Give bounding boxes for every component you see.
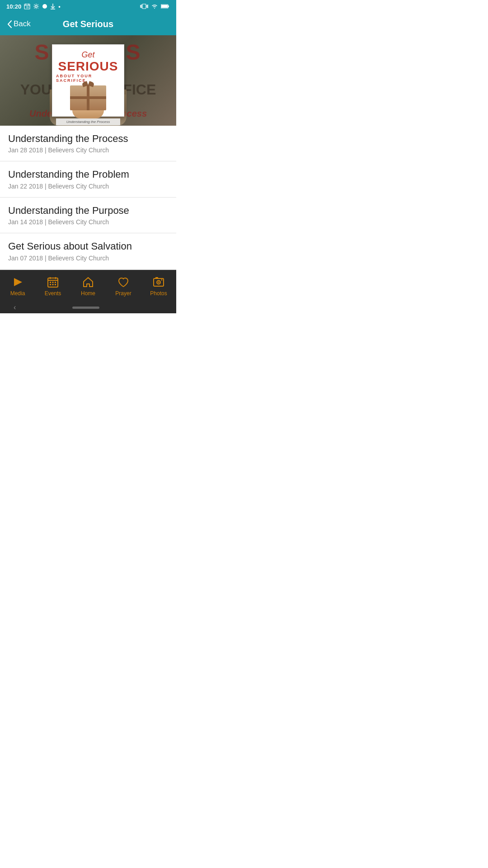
calendar-icon: 31 <box>24 3 30 9</box>
sermon-title-2: Understanding the Problem <box>8 169 168 180</box>
sermon-list: Understanding the Process Jan 28 2018 | … <box>0 126 176 270</box>
nav-events[interactable]: Events <box>35 276 70 297</box>
bottom-bar: ‹ <box>0 302 176 313</box>
vibrate-icon <box>140 3 148 9</box>
gear-icon <box>33 3 39 9</box>
series-cover-card[interactable]: Get SERIOUS ABOUT YOUR SACRIFICE <box>52 44 124 117</box>
svg-rect-24 <box>52 284 54 285</box>
svg-rect-14 <box>168 5 169 7</box>
nav-media[interactable]: Media <box>0 276 35 297</box>
status-left: 10:20 31 • <box>6 3 61 10</box>
media-icon <box>11 276 24 288</box>
svg-point-28 <box>161 279 163 280</box>
card-gift-visual <box>56 85 120 118</box>
sermon-meta-4: Jan 07 2018 | Believers City Church <box>8 255 168 262</box>
header: Back Get Serious <box>0 13 176 35</box>
svg-rect-20 <box>50 282 51 283</box>
wifi-icon <box>151 4 158 9</box>
home-indicator[interactable] <box>72 307 99 309</box>
status-bar: 10:20 31 • <box>0 0 176 13</box>
gift-box <box>70 85 106 110</box>
hero-section: SERIOUS ABOUT YOUR SACRIFICE Understandi… <box>0 35 176 126</box>
events-label: Events <box>45 290 61 297</box>
photos-label: Photos <box>150 290 167 297</box>
sermon-title-1: Understanding the Process <box>8 133 168 145</box>
download-icon <box>50 3 56 9</box>
svg-rect-21 <box>52 282 54 283</box>
bottom-nav: Media Events Home <box>0 270 176 302</box>
sermon-meta-2: Jan 22 2018 | Believers City Church <box>8 183 168 190</box>
gift-bow <box>82 82 94 86</box>
svg-text:31: 31 <box>26 6 29 9</box>
svg-rect-7 <box>142 4 146 9</box>
svg-point-29 <box>158 282 160 283</box>
hands-visual <box>72 110 104 118</box>
battery-icon <box>161 4 170 9</box>
svg-rect-22 <box>55 282 56 283</box>
sermon-item-2[interactable]: Understanding the Problem Jan 22 2018 | … <box>0 161 176 197</box>
back-label: Back <box>14 19 31 28</box>
svg-point-27 <box>157 280 160 284</box>
back-button[interactable]: Back <box>7 19 31 28</box>
events-icon <box>47 276 59 288</box>
home-label: Home <box>81 290 95 297</box>
svg-point-5 <box>35 5 38 8</box>
back-chevron-icon <box>7 20 12 28</box>
svg-marker-15 <box>14 278 22 286</box>
circle-icon <box>42 4 47 9</box>
nav-home[interactable]: Home <box>70 276 106 297</box>
dot-indicator: • <box>58 3 61 10</box>
svg-rect-13 <box>161 5 168 8</box>
svg-point-6 <box>42 4 47 9</box>
media-label: Media <box>10 290 25 297</box>
sermon-title-4: Get Serious about Salvation <box>8 241 168 252</box>
sermon-meta-1: Jan 28 2018 | Believers City Church <box>8 146 168 154</box>
sermon-item-1[interactable]: Understanding the Process Jan 28 2018 | … <box>0 126 176 161</box>
sermon-title-3: Understanding the Purpose <box>8 205 168 217</box>
page-title: Get Serious <box>7 19 169 29</box>
nav-photos[interactable]: Photos <box>141 276 176 297</box>
back-arrow-system[interactable]: ‹ <box>14 303 16 311</box>
home-icon <box>82 276 94 288</box>
card-subtitle-text: Understanding the Process <box>58 120 118 124</box>
sermon-item-4[interactable]: Get Serious about Salvation Jan 07 2018 … <box>0 233 176 269</box>
card-get-text: Get <box>81 50 94 60</box>
status-time: 10:20 <box>6 3 21 10</box>
card-serious-text: SERIOUS <box>58 60 118 73</box>
photos-icon <box>152 276 165 288</box>
card-about-text: ABOUT YOUR SACRIFICE <box>56 74 120 83</box>
status-right <box>140 3 170 9</box>
prayer-icon <box>117 276 130 288</box>
nav-prayer[interactable]: Prayer <box>106 276 141 297</box>
svg-rect-23 <box>50 284 51 285</box>
svg-rect-25 <box>55 284 56 285</box>
sermon-meta-3: Jan 14 2018 | Believers City Church <box>8 218 168 226</box>
prayer-label: Prayer <box>115 290 131 297</box>
sermon-item-3[interactable]: Understanding the Purpose Jan 14 2018 | … <box>0 198 176 233</box>
card-subtitle-bar: Understanding the Process <box>56 118 120 125</box>
